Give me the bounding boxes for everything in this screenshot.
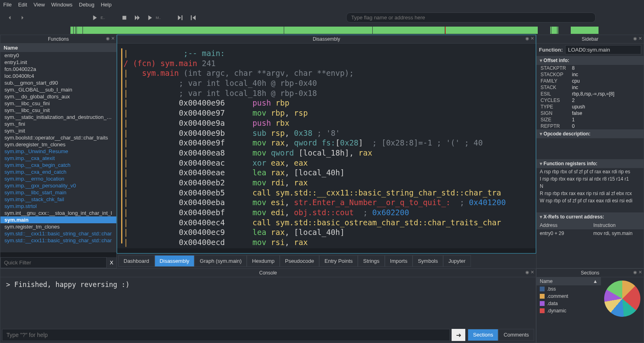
functions-column-header[interactable]: Name	[0, 44, 116, 52]
function-item[interactable]: loc.00400fc4	[0, 73, 116, 79]
function-item[interactable]: sym.std::__cxx11::basic_string_char_std:…	[0, 230, 116, 237]
tab-hexdump[interactable]: Hexdump	[247, 255, 280, 267]
menu-help[interactable]: Help	[101, 2, 111, 8]
sections-list[interactable]: Name▲ .bss.comment.data.dynamic	[537, 277, 601, 343]
section-row[interactable]: .comment	[537, 293, 601, 300]
function-item[interactable]: sym._init	[0, 127, 116, 134]
section-row[interactable]: .dynamic	[537, 307, 601, 314]
panel-title-console: Console ◉ ✕	[0, 269, 536, 277]
scrollbar-h[interactable]	[0, 252, 116, 257]
function-item[interactable]: sym.std::__cxx11::basic_string_char_std:…	[0, 237, 116, 244]
sidebar-panel: Sidebar ◉ ✕ Function: Offset info: STACK…	[536, 35, 644, 268]
reg-line: W rsp rbp of sf zf pf cf rax eax rdi esi…	[537, 197, 644, 204]
menu-debug[interactable]: Debug	[79, 2, 94, 8]
function-item[interactable]: sym.__static_initialization_and_destruct…	[0, 114, 116, 121]
section-row[interactable]: .bss	[537, 285, 601, 293]
console-input[interactable]	[2, 329, 450, 341]
function-item[interactable]: sym.imp.__cxa_end_catch	[0, 168, 116, 175]
fast-forward-icon[interactable]	[132, 13, 142, 23]
opcode-desc-header[interactable]: Opcode description:	[537, 129, 644, 138]
function-item[interactable]: sym.imp.__cxa_atexit	[0, 155, 116, 162]
reg-line: R rsp rbp rbx rax eax rip rsi rdi al zf …	[537, 190, 644, 197]
menu-edit[interactable]: Edit	[18, 2, 27, 8]
skip-start-icon[interactable]	[188, 13, 198, 23]
sidebar-function-input[interactable]	[565, 45, 641, 54]
clear-filter-button[interactable]: X	[107, 257, 116, 268]
quick-filter-input[interactable]	[0, 257, 107, 268]
sections-column-header[interactable]: Name▲	[537, 277, 601, 285]
tab-pseudocode[interactable]: Pseudocode	[280, 255, 319, 267]
function-item[interactable]: sub.__gmon_start_d90	[0, 79, 116, 86]
tab-graph-sym-main-[interactable]: Graph (sym.main)	[194, 255, 247, 267]
sections-pie-chart	[604, 281, 640, 317]
offset-info-header[interactable]: Offset info:	[537, 56, 644, 65]
function-item[interactable]: sym.main	[0, 216, 116, 223]
function-item[interactable]: sym.int__gnu_cxx::__stoa_long_int_char_i…	[0, 210, 116, 216]
offset-kv-row: STACKOPinc	[537, 71, 644, 78]
menu-windows[interactable]: Windows	[51, 2, 72, 8]
send-icon[interactable]: ➜	[452, 329, 465, 341]
tab-symbols[interactable]: Symbols	[413, 255, 443, 267]
function-item[interactable]: sym.imp._Unwind_Resume	[0, 148, 116, 155]
binary-map[interactable]	[0, 27, 644, 34]
regs-info-header[interactable]: Function registers info:	[537, 159, 644, 168]
function-item[interactable]: fcn.0040022a	[0, 66, 116, 73]
tab-entry-points[interactable]: Entry Points	[319, 255, 358, 267]
section-row[interactable]: .data	[537, 300, 601, 307]
tab-jupyter[interactable]: Jupyter	[443, 255, 471, 267]
panel-controls-icon[interactable]: ◉ ✕	[633, 36, 642, 41]
menu-view[interactable]: View	[33, 2, 45, 8]
tab-imports[interactable]: Imports	[385, 255, 413, 267]
regs-info-body: A rsp rbp rbx of sf zf pf cf rax eax rdi…	[537, 168, 644, 204]
panel-controls-icon[interactable]: ◉ ✕	[633, 270, 642, 275]
tab-dashboard[interactable]: Dashboard	[118, 255, 155, 267]
panel-controls-icon[interactable]: ◉ ✕	[525, 270, 534, 275]
function-item[interactable]: sym.imp.strtol	[0, 203, 116, 210]
menubar: File Edit View Windows Debug Help	[0, 0, 644, 9]
bottom-tab-comments[interactable]: Comments	[498, 329, 534, 341]
stop-icon[interactable]	[120, 13, 129, 23]
xrefs-header[interactable]: X-Refs to current address:	[537, 212, 644, 221]
center-column: Disassembly ◉ ✕ | ;-- main: / (fcn) sym.…	[117, 35, 536, 268]
functions-list[interactable]: entry0entry1.initfcn.0040022aloc.00400fc…	[0, 52, 116, 252]
skip-end-icon[interactable]	[175, 13, 185, 23]
panel-title-disassembly: Disassembly ◉ ✕	[117, 35, 536, 44]
function-item[interactable]: sym.imp.__cxa_begin_catch	[0, 162, 116, 168]
offset-info-body: STACKPTR8STACKOPincFAMILYcpuSTACKincESIL…	[537, 65, 644, 129]
function-item[interactable]: sym.register_tm_clones	[0, 223, 116, 230]
offset-kv-row: STACKinc	[537, 84, 644, 91]
scrollbar-h[interactable]	[117, 248, 536, 253]
function-item[interactable]: sym.imp.__libc_start_main	[0, 189, 116, 196]
offset-kv-row: SIZE1	[537, 116, 644, 123]
function-item[interactable]: sym.__libc_csu_fini	[0, 100, 116, 107]
xref-row[interactable]: entry0 + 29 mov rdi, sym.main	[537, 229, 644, 237]
panel-controls-icon[interactable]: ◉ ✕	[106, 36, 115, 41]
panel-title-functions: Functions ◉ ✕	[0, 35, 116, 44]
panel-controls-icon[interactable]: ◉ ✕	[525, 36, 534, 41]
function-item[interactable]: entry0	[0, 52, 116, 59]
play-m-icon[interactable]	[145, 13, 155, 23]
address-input[interactable]	[346, 12, 596, 23]
tab-strings[interactable]: Strings	[358, 255, 384, 267]
menu-file[interactable]: File	[3, 2, 12, 8]
function-item[interactable]: sym.deregister_tm_clones	[0, 141, 116, 148]
back-icon[interactable]	[5, 13, 14, 23]
tab-disassembly[interactable]: Disassembly	[155, 255, 195, 267]
function-item[interactable]: sym.boolstd::operator__char_std::char_tr…	[0, 134, 116, 141]
offset-kv-row: REFPTR0	[537, 123, 644, 129]
function-item[interactable]: entry1.init	[0, 59, 116, 66]
play-icon[interactable]	[90, 13, 100, 23]
reg-line: N	[537, 183, 644, 190]
bottom-tab-sections[interactable]: Sections	[468, 329, 498, 341]
function-item[interactable]: sym.imp.__stack_chk_fail	[0, 196, 116, 203]
function-item[interactable]: sym.__do_global_dtors_aux	[0, 93, 116, 100]
function-item[interactable]: sym._fini	[0, 121, 116, 127]
offset-kv-row: SIGNfalse	[537, 110, 644, 116]
reg-line: A rsp rbp rbx of sf zf pf cf rax eax rdi…	[537, 168, 644, 175]
function-item[interactable]: sym.imp.__gxx_personality_v0	[0, 182, 116, 189]
forward-icon[interactable]	[18, 13, 27, 23]
function-item[interactable]: sym._GLOBAL__sub_I_main	[0, 86, 116, 93]
disassembly-view[interactable]: | ;-- main: / (fcn) sym.main 241 | sym.m…	[117, 44, 536, 248]
function-item[interactable]: sym.__libc_csu_init	[0, 107, 116, 114]
function-item[interactable]: sym.imp.__errno_location	[0, 175, 116, 182]
